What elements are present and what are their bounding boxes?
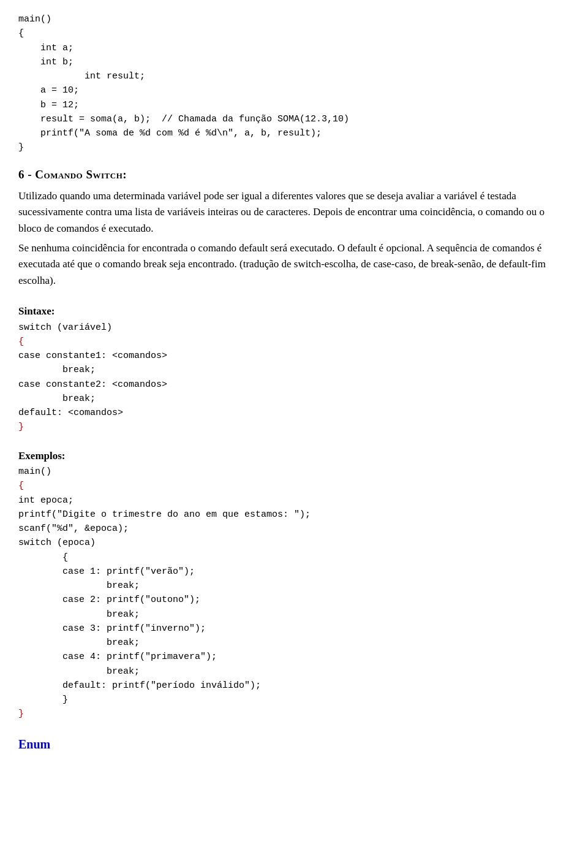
exemplos-code-block: main() { int epoca; printf("Digite o tri… [18, 465, 570, 721]
sintaxe-label: Sintaxe: [18, 303, 570, 319]
enum-label: Enum [18, 735, 570, 753]
sintaxe-code-block: switch (variável) { case constante1: <co… [18, 321, 570, 435]
exemplos-label: Exemplos: [18, 448, 570, 464]
top-code-block: main() { int a; int b; int result; a = 1… [18, 12, 570, 155]
section6-heading: 6 - Comando Switch: [18, 166, 570, 184]
section6-description2: Se nenhuma coincidência for encontrada o… [18, 240, 570, 289]
section6-description1: Utilizado quando uma determinada variáve… [18, 188, 570, 237]
